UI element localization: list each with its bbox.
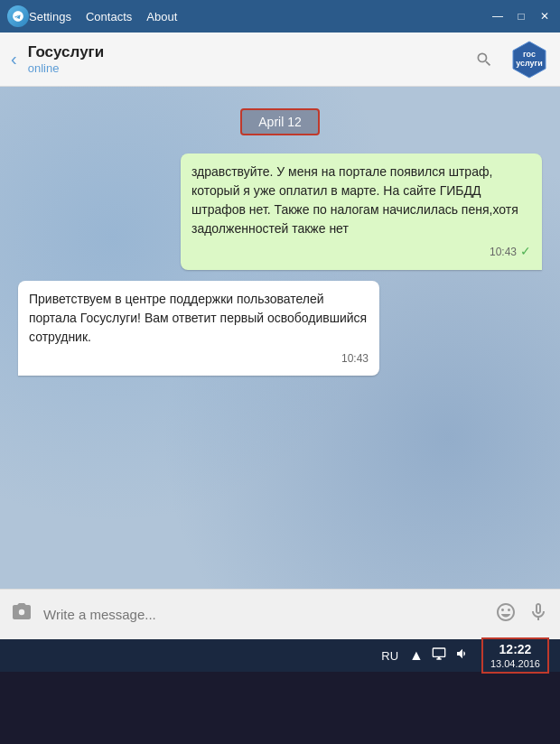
close-button[interactable]: ✕	[537, 8, 553, 24]
chat-info: Госуслуги online	[28, 43, 470, 75]
message-in: Приветствуем в центре поддержки пользова…	[18, 281, 542, 376]
message-out: здравствуйте. У меня на портале появился…	[18, 153, 542, 270]
chat-header: ‹ Госуслуги online госуслуги	[0, 33, 560, 87]
clock-time: 12:22	[490, 641, 540, 657]
monitor-icon	[431, 646, 447, 665]
menu-bar: Settings Contacts About	[29, 10, 490, 23]
read-icon: ✓	[520, 242, 531, 261]
avatar: госуслуги	[509, 40, 549, 79]
mic-icon[interactable]	[527, 601, 549, 628]
back-button[interactable]: ‹	[11, 49, 17, 70]
message-meta: 10:43	[29, 350, 369, 367]
message-time: 10:43	[341, 350, 369, 367]
title-bar: Settings Contacts About — □ ✕	[0, 0, 560, 33]
minimize-button[interactable]: —	[490, 8, 506, 24]
menu-about[interactable]: About	[146, 10, 177, 23]
taskbar-icons: ▲	[409, 646, 471, 665]
header-icons: госуслуги	[470, 40, 549, 79]
bubble-out: здравствуйте. У меня на портале появился…	[181, 153, 542, 270]
chat-area: April 12 здравствуйте. У меня на портале…	[0, 87, 560, 589]
taskbar: RU ▲ 12:22 13.04.2016	[0, 639, 560, 672]
taskbar-right: RU ▲ 12:22 13.04.2016	[381, 637, 549, 674]
message-time: 10:43	[490, 244, 517, 260]
bubble-in: Приветствуем в центре поддержки пользова…	[18, 281, 379, 376]
clock-date: 13.04.2016	[490, 657, 540, 670]
network-icon: ▲	[409, 647, 424, 664]
emoji-icon[interactable]	[495, 601, 517, 628]
date-separator: April 12	[18, 108, 542, 135]
menu-settings[interactable]: Settings	[29, 10, 71, 23]
message-meta: 10:43 ✓	[191, 242, 531, 261]
chat-status: online	[28, 61, 470, 75]
date-badge: April 12	[240, 108, 319, 135]
camera-icon[interactable]	[11, 601, 33, 628]
input-area	[0, 589, 560, 639]
search-button[interactable]	[470, 45, 499, 74]
message-input[interactable]	[43, 607, 484, 622]
window-controls: — □ ✕	[490, 8, 553, 24]
message-text: Приветствуем в центре поддержки пользова…	[29, 292, 367, 344]
menu-contacts[interactable]: Contacts	[86, 10, 132, 23]
chat-name: Госуслуги	[28, 43, 470, 61]
avatar-text: госуслуги	[516, 50, 543, 70]
message-text: здравствуйте. У меня на портале появился…	[191, 164, 518, 236]
maximize-button[interactable]: □	[513, 8, 529, 24]
app-icon	[7, 5, 29, 27]
system-clock: 12:22 13.04.2016	[481, 637, 549, 674]
language-indicator: RU	[381, 649, 398, 663]
volume-icon	[454, 646, 471, 665]
